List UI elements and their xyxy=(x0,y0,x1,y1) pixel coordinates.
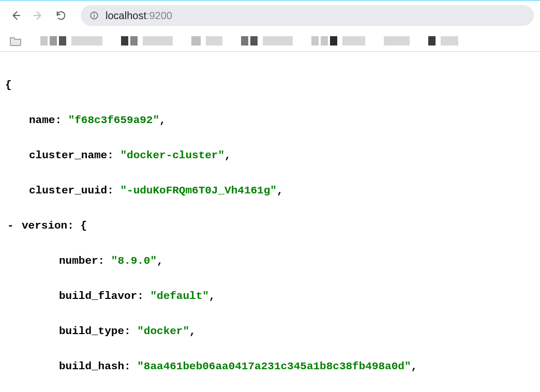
svg-rect-2 xyxy=(94,13,95,14)
site-info-icon[interactable] xyxy=(89,10,99,21)
bookmarks-bar xyxy=(0,30,540,52)
json-viewer: { name: "f68c3f659a92", cluster_name: "d… xyxy=(0,52,540,392)
address-bar[interactable]: localhost:9200 xyxy=(81,5,534,26)
back-button[interactable] xyxy=(6,6,25,25)
json-line: { xyxy=(5,77,535,94)
svg-rect-1 xyxy=(94,15,95,18)
json-line: number: "8.9.0", xyxy=(5,252,535,270)
collapse-toggle[interactable]: - xyxy=(7,217,14,235)
url-host: localhost xyxy=(106,10,146,21)
url-port: :9200 xyxy=(146,10,172,21)
json-line: name: "f68c3f659a92", xyxy=(5,112,535,129)
bookmark-item[interactable] xyxy=(241,36,293,46)
reload-button[interactable] xyxy=(52,6,70,25)
arrow-left-icon xyxy=(10,10,21,21)
reload-icon xyxy=(55,10,67,21)
json-line: cluster_name: "docker-cluster", xyxy=(5,147,535,164)
json-line: build_type: "docker", xyxy=(5,323,535,340)
json-line: cluster_uuid: "-uduKoFRQm6T0J_Vh4161g", xyxy=(5,182,535,200)
arrow-right-icon xyxy=(33,10,44,21)
json-line: build_hash: "8aa461beb06aa0417a231c345a1… xyxy=(5,358,535,375)
url-text: localhost:9200 xyxy=(106,10,172,22)
bookmark-item[interactable] xyxy=(121,36,173,46)
bookmark-item[interactable] xyxy=(40,36,102,46)
bookmark-folder-icon[interactable] xyxy=(9,36,22,46)
bookmark-item[interactable] xyxy=(384,36,410,46)
json-line: build_flavor: "default", xyxy=(5,288,535,305)
browser-toolbar: localhost:9200 xyxy=(0,0,540,30)
forward-button[interactable] xyxy=(29,6,48,25)
bookmark-item[interactable] xyxy=(311,36,365,46)
json-collapse-row: -version: { xyxy=(5,217,535,235)
bookmark-item[interactable] xyxy=(191,36,222,46)
bookmark-item[interactable] xyxy=(428,36,458,46)
